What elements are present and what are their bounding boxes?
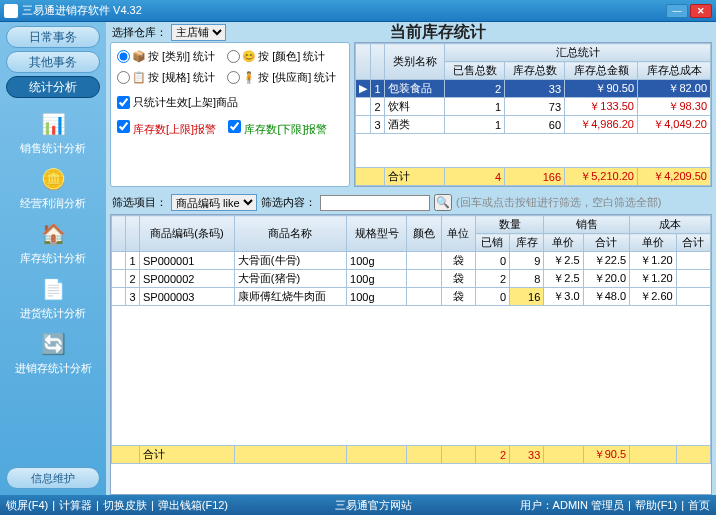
detail-row[interactable]: 1 SP000001大骨面(牛骨) 100g袋 09 ￥2.5￥22.5 ￥1.…	[112, 252, 711, 270]
footer-home[interactable]: 首页	[688, 498, 710, 513]
check-upper-warn[interactable]: 库存数[上限]报警	[117, 120, 216, 137]
filter-field-select[interactable]: 商品编码 like	[171, 194, 257, 211]
summary-row[interactable]: 2 饮料 173 ￥133.50￥98.30	[356, 98, 711, 116]
warehouse-label: 选择仓库：	[112, 25, 167, 40]
footer-user-label: 用户：	[520, 498, 553, 513]
footer-skin[interactable]: 切换皮肤	[103, 498, 147, 513]
sidebar-item-purchase[interactable]: 📄 进货统计分析	[20, 274, 86, 321]
footer-site[interactable]: 三易通官方网站	[228, 498, 520, 513]
sidebar-item-sales[interactable]: 📊 销售统计分析	[20, 109, 86, 156]
detail-row[interactable]: 2 SP000002大骨面(猪骨) 100g袋 28 ￥2.5￥20.0 ￥1.…	[112, 270, 711, 288]
nav-info[interactable]: 信息维护	[6, 467, 100, 489]
nav-other[interactable]: 其他事务	[6, 51, 100, 73]
summary-row[interactable]: 3 酒类 160 ￥4,986.20￥4,049.20	[356, 116, 711, 134]
detail-total-row: 合计 233 ￥90.5	[112, 446, 711, 464]
cycle-icon: 🔄	[35, 329, 71, 359]
minimize-button[interactable]: —	[666, 4, 688, 18]
title-bar: 三易通进销存软件 V4.32 — ✕	[0, 0, 716, 22]
footer-help[interactable]: 帮助(F1)	[635, 498, 677, 513]
check-onshelf[interactable]: 只统计生效[上架]商品	[117, 95, 343, 110]
summary-row[interactable]: ▶1 包装食品 233 ￥90.50￥82.00	[356, 80, 711, 98]
detail-grid[interactable]: 商品编码(条码) 商品名称 规格型号 颜色 单位 数量 销售 成本 已销库存 单…	[110, 214, 712, 495]
nav-daily[interactable]: 日常事务	[6, 26, 100, 48]
app-title: 三易通进销存软件 V4.32	[22, 3, 142, 18]
filter-button[interactable]: 🔍	[434, 194, 452, 211]
footer-calc[interactable]: 计算器	[59, 498, 92, 513]
status-bar: 锁屏(F4)| 计算器| 切换皮肤| 弹出钱箱(F12) 三易通官方网站 用户：…	[0, 495, 716, 515]
sidebar-item-inout[interactable]: 🔄 进销存统计分析	[15, 329, 92, 376]
stat-options-panel: 📦按 [类别] 统计 😊按 [颜色] 统计 📋按 [规格] 统计 🧍按 [供应商…	[110, 42, 350, 187]
summary-total-row: 合计 4166 ￥5,210.20￥4,209.50	[356, 168, 711, 186]
summary-grid[interactable]: 类别名称 汇总统计 已售总数 库存总数 库存总金额 库存总成本 ▶1 包装食品 …	[354, 42, 712, 187]
content-area: 选择仓库： 主店铺 当前库存统计 📦按 [类别] 统计 😊按 [颜色] 统计 📋…	[106, 22, 716, 495]
footer-cash[interactable]: 弹出钱箱(F12)	[158, 498, 228, 513]
radio-by-category[interactable]: 📦按 [类别] 统计	[117, 49, 215, 64]
nav-stats[interactable]: 统计分析	[6, 76, 100, 98]
sidebar: 日常事务 其他事务 统计分析 📊 销售统计分析 🪙 经营利润分析 🏠 库存统计分…	[0, 22, 106, 495]
window-buttons: — ✕	[666, 4, 712, 18]
sidebar-item-stock[interactable]: 🏠 库存统计分析	[20, 219, 86, 266]
filter-input[interactable]	[320, 195, 430, 211]
coins-icon: 🪙	[35, 164, 71, 194]
radio-by-color[interactable]: 😊按 [颜色] 统计	[227, 49, 325, 64]
close-button[interactable]: ✕	[690, 4, 712, 18]
detail-row[interactable]: 3 SP000003康师傅红烧牛肉面 100g袋 016 ￥3.0￥48.0 ￥…	[112, 288, 711, 306]
house-icon: 🏠	[35, 219, 71, 249]
filter-bar: 筛选项目： 商品编码 like 筛选内容： 🔍 (回车或点击按钮进行筛选，空白筛…	[106, 191, 716, 214]
app-icon	[4, 4, 18, 18]
radio-by-spec[interactable]: 📋按 [规格] 统计	[117, 70, 215, 85]
footer-user: ADMIN 管理员	[553, 498, 625, 513]
footer-lock[interactable]: 锁屏(F4)	[6, 498, 48, 513]
warehouse-toolbar: 选择仓库： 主店铺 当前库存统计	[106, 22, 716, 42]
chart-icon: 📊	[35, 109, 71, 139]
sidebar-item-profit[interactable]: 🪙 经营利润分析	[20, 164, 86, 211]
doc-icon: 📄	[35, 274, 71, 304]
check-lower-warn[interactable]: 库存数[下限]报警	[228, 120, 327, 137]
warehouse-select[interactable]: 主店铺	[171, 24, 226, 41]
radio-by-supplier[interactable]: 🧍按 [供应商] 统计	[227, 70, 336, 85]
